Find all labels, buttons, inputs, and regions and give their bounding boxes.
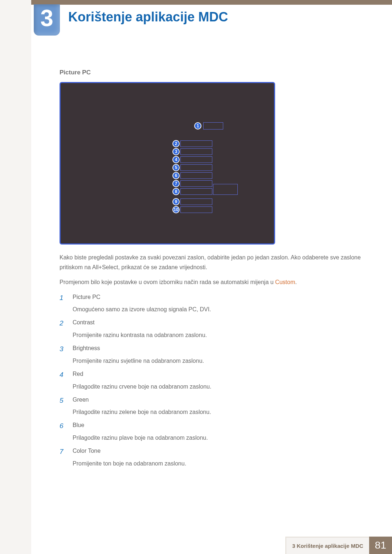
list-item: 3 Brightness Promijenite razinu svjetlin… [60,344,367,366]
item-title: Red [73,369,211,379]
paragraph-2-post: . [295,279,297,285]
diagram-box-8a [180,188,212,195]
footer-title: 3 Korištenje aplikacije MDC [285,537,369,554]
list-item: 5 Green Prilagodite razinu zelene boje n… [60,395,367,417]
item-number: 3 [60,344,67,366]
item-desc: Omogućeno samo za izvore ulaznog signala… [73,304,211,314]
item-number: 4 [60,369,67,391]
diagram-callout-9: 9 [172,198,180,205]
diagram-box-4 [180,156,212,163]
diagram-box-10 [180,206,212,213]
diagram-box-9 [180,198,212,205]
diagram-box-8b [213,184,238,195]
top-bar [31,0,392,5]
diagram-callout-7: 7 [172,180,180,187]
diagram-callout-3: 3 [172,148,180,155]
custom-word: Custom [275,279,295,285]
diagram-callout-1: 1 [194,122,201,130]
item-number: 7 [60,446,67,468]
item-desc: Prilagodite razinu zelene boje na odabra… [73,407,211,417]
diagram-callout-4: 4 [172,156,180,163]
paragraph-2-pre: Promjenom bilo koje postavke u ovom izbo… [60,279,275,285]
diagram-box-6 [180,172,212,179]
item-number: 5 [60,395,67,417]
item-desc: Promijenite ton boje na odabranom zaslon… [73,459,186,468]
item-number: 2 [60,318,67,340]
item-body: Red Prilagodite razinu crvene boje na od… [73,369,211,391]
item-body: Brightness Promijenite razinu svjetline … [73,344,204,366]
diagram-picture-pc: 1 2 3 4 5 6 7 8 9 10 [60,82,275,245]
diagram-callout-6: 6 [172,172,180,179]
item-title: Contrast [73,318,207,327]
section-label: Picture PC [60,69,367,76]
left-margin-stripe [0,0,31,554]
diagram-box-1 [203,122,223,130]
page: 3 Korištenje aplikacije MDC Picture PC 1… [0,0,392,554]
item-body: Picture PC Omogućeno samo za izvore ulaz… [73,292,211,315]
chapter-number-tab: 3 [34,4,60,36]
diagram-box-3 [180,148,212,155]
item-body: Blue Prilagodite razinu plave boje na od… [73,420,208,443]
paragraph-2: Promjenom bilo koje postavke u ovom izbo… [60,277,367,287]
list-item: 4 Red Prilagodite razinu crvene boje na … [60,369,367,391]
footer-page-number: 81 [369,537,392,554]
list-item: 6 Blue Prilagodite razinu plave boje na … [60,420,367,443]
list-item: 2 Contrast Promijenite razinu kontrasta … [60,318,367,340]
numbered-list: 1 Picture PC Omogućeno samo za izvore ul… [60,292,367,468]
item-title: Green [73,395,211,405]
footer-inner: 3 Korištenje aplikacije MDC 81 [285,537,392,554]
diagram-box-7 [180,180,212,187]
diagram-callout-10: 10 [172,206,180,213]
item-desc: Promijenite razinu kontrasta na odabrano… [73,330,207,340]
diagram-callout-2: 2 [172,140,180,147]
diagram-callout-8: 8 [172,188,180,195]
content-area: Picture PC 1 2 3 4 5 6 7 8 9 10 [60,69,367,472]
diagram-box-2 [180,140,212,147]
footer: 3 Korištenje aplikacije MDC 81 [31,537,392,554]
item-desc: Promijenite razinu svjetline na odabrano… [73,356,204,366]
item-number: 6 [60,420,67,443]
item-body: Contrast Promijenite razinu kontrasta na… [73,318,207,340]
item-body: Green Prilagodite razinu zelene boje na … [73,395,211,417]
item-title: Color Tone [73,446,186,456]
item-title: Brightness [73,344,204,353]
list-item: 1 Picture PC Omogućeno samo za izvore ul… [60,292,367,315]
item-number: 1 [60,292,67,315]
item-desc: Prilagodite razinu crvene boje na odabra… [73,382,211,391]
item-body: Color Tone Promijenite ton boje na odabr… [73,446,186,468]
list-item: 7 Color Tone Promijenite ton boje na oda… [60,446,367,468]
paragraph-1: Kako biste pregledali postavke za svaki … [60,253,367,272]
item-title: Picture PC [73,292,211,302]
item-title: Blue [73,420,208,430]
item-desc: Prilagodite razinu plave boje na odabran… [73,433,208,443]
chapter-title: Korištenje aplikacije MDC [68,9,228,25]
diagram-box-5 [180,164,212,171]
diagram-callout-5: 5 [172,164,180,171]
